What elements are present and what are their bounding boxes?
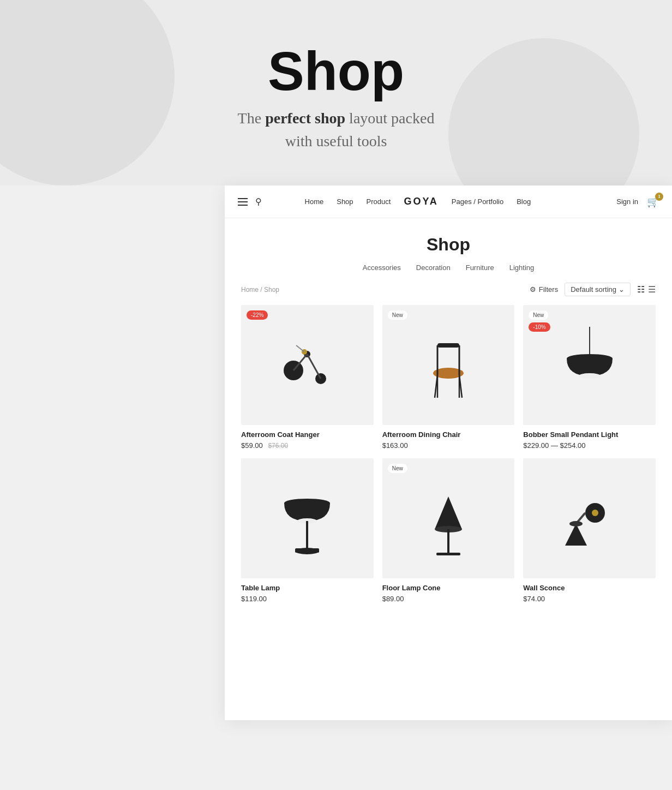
product-card[interactable]: -22% Afterroom Coat Hanger $59.00 $76. (241, 305, 374, 450)
nav-links: Home Shop Product GOYA Pages / Portfolio… (305, 196, 531, 207)
svg-rect-23 (295, 548, 319, 553)
svg-rect-21 (306, 521, 308, 548)
product-name: Bobber Small Pendant Light (523, 430, 656, 439)
cart-button[interactable]: 🛒 1 (647, 196, 659, 208)
shop-container: ⚲ Home Shop Product GOYA Pages / Portfol… (225, 185, 672, 720)
product-price: $89.00 (382, 595, 515, 603)
cart-badge: 1 (655, 193, 663, 201)
product-card[interactable]: New A (382, 305, 515, 450)
product-image (263, 475, 351, 562)
product-name: Table Lamp (241, 584, 374, 592)
product-name: Afterroom Coat Hanger (241, 430, 374, 439)
product-badge-new: New (388, 464, 407, 473)
shop-content: Shop Accessories Decoration Furniture Li… (225, 218, 672, 625)
category-tabs: Accessories Decoration Furniture Lightin… (241, 264, 656, 272)
svg-point-29 (592, 510, 598, 516)
toolbar: Home / Shop ⚙ Filters Default sorting ⌄ … (241, 283, 656, 296)
nav-product[interactable]: Product (367, 198, 391, 206)
svg-rect-9 (434, 370, 463, 375)
product-image (263, 321, 351, 409)
filter-button[interactable]: ⚙ Filters (530, 285, 558, 294)
nav-pages[interactable]: Pages / Portfolio (452, 198, 503, 206)
svg-point-18 (579, 373, 601, 379)
product-image (405, 321, 492, 409)
product-name: Afterroom Dining Chair (382, 430, 515, 439)
product-badge-discount: -10% (529, 322, 550, 332)
search-icon[interactable]: ⚲ (255, 196, 262, 207)
chevron-down-icon: ⌄ (619, 285, 625, 294)
product-card[interactable]: Wall Sconce $74.00 (523, 458, 656, 603)
product-image-wrap: New (382, 458, 515, 578)
tab-accessories[interactable]: Accessories (363, 264, 401, 272)
svg-line-6 (296, 345, 304, 352)
nav-left: ⚲ (238, 196, 262, 207)
product-badge-new: New (529, 310, 548, 320)
svg-rect-27 (436, 553, 460, 555)
breadcrumb: Home / Shop (241, 286, 279, 294)
sort-dropdown[interactable]: Default sorting ⌄ (565, 283, 631, 296)
tab-lighting[interactable]: Lighting (509, 264, 535, 272)
product-badge-new: New (388, 310, 407, 320)
nav-logo: GOYA (404, 196, 438, 207)
shop-page-title: Shop (241, 235, 656, 255)
product-grid: -22% Afterroom Coat Hanger $59.00 $76. (241, 305, 656, 603)
product-image (546, 475, 633, 562)
navbar: ⚲ Home Shop Product GOYA Pages / Portfol… (225, 185, 672, 218)
product-badge-sale: -22% (247, 310, 268, 320)
product-name: Wall Sconce (523, 584, 656, 592)
svg-marker-31 (565, 524, 587, 546)
filter-icon: ⚙ (530, 285, 536, 294)
product-price: $74.00 (523, 595, 656, 603)
svg-point-32 (569, 521, 583, 526)
product-image-wrap (523, 458, 656, 578)
signin-link[interactable]: Sign in (616, 198, 638, 206)
product-image (405, 475, 492, 562)
product-image-wrap (241, 458, 374, 578)
product-card[interactable]: New Floor Lamp Cone $89.00 (382, 458, 515, 603)
product-price: $229.00 — $254.00 (523, 441, 656, 450)
hero-title: Shop (11, 44, 661, 98)
svg-marker-24 (435, 496, 462, 529)
price-original: $76.00 (268, 442, 288, 450)
grid-view-icon[interactable]: ☷ (637, 284, 645, 295)
product-price: $163.00 (382, 441, 515, 450)
product-price: $59.00 $76.00 (241, 441, 374, 450)
product-image-wrap: New (382, 305, 515, 425)
nav-blog[interactable]: Blog (517, 198, 531, 206)
nav-right: Sign in 🛒 1 (616, 196, 659, 208)
tab-furniture[interactable]: Furniture (466, 264, 494, 272)
nav-shop[interactable]: Shop (337, 198, 353, 206)
product-price: $119.00 (241, 595, 374, 603)
toolbar-right: ⚙ Filters Default sorting ⌄ ☷ ☰ (530, 283, 656, 296)
svg-line-4 (307, 354, 321, 379)
view-icons: ☷ ☰ (637, 284, 656, 295)
hero-section: Shop The perfect shop layout packedwith … (0, 0, 672, 185)
product-image (546, 321, 633, 409)
nav-home[interactable]: Home (305, 198, 324, 206)
product-image-wrap: -22% (241, 305, 374, 425)
hamburger-icon[interactable] (238, 198, 248, 206)
product-name: Floor Lamp Cone (382, 584, 515, 592)
tab-decoration[interactable]: Decoration (416, 264, 451, 272)
cart-icon: 🛒 1 (647, 196, 659, 208)
svg-rect-7 (437, 343, 459, 348)
svg-rect-26 (447, 529, 449, 554)
hero-subtitle: The perfect shop layout packedwith usefu… (11, 107, 661, 153)
list-view-icon[interactable]: ☰ (648, 284, 656, 295)
product-card[interactable]: New -10% Bobber Small Pendant Light $229… (523, 305, 656, 450)
product-image-wrap: New -10% (523, 305, 656, 425)
product-card[interactable]: Table Lamp $119.00 (241, 458, 374, 603)
